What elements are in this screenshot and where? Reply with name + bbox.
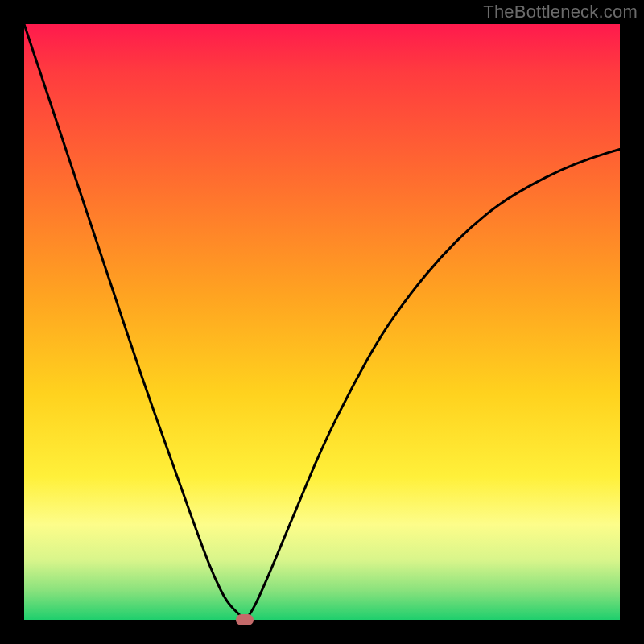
chart-container: TheBottleneck.com	[0, 0, 644, 644]
optimum-marker	[236, 614, 254, 625]
curve-svg	[24, 24, 620, 620]
watermark-text: TheBottleneck.com	[483, 2, 638, 23]
plot-area	[24, 24, 620, 620]
bottleneck-curve	[24, 24, 620, 618]
